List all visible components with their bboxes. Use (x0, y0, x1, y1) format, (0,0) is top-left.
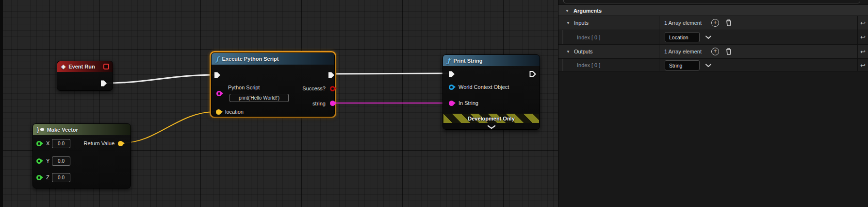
development-only-banner: Development Only (443, 114, 539, 123)
pin-python-script-string[interactable] (216, 91, 222, 96)
return-value-label: Return Value (84, 140, 115, 146)
reset-column-divider (857, 16, 858, 30)
z-value-field[interactable]: 0.0 (52, 173, 70, 182)
pin-x-label: X (46, 140, 49, 146)
node-print-string[interactable]: ƒ Print String World Context Object In S… (442, 54, 540, 130)
reset-to-default-icon[interactable]: ↩ (860, 34, 866, 41)
node-print-string-title: Print String (454, 58, 483, 64)
pin-in-string[interactable] (449, 101, 454, 106)
search-box-remnant[interactable] (563, 0, 860, 3)
wire-exec-eventrun-to-python (106, 75, 215, 83)
pin-z-label: Z (46, 174, 49, 180)
inputs-row[interactable]: ▼ Inputs 1 Array element + ↩ (558, 16, 868, 30)
reset-column-divider (857, 59, 858, 71)
function-icon: ƒ (216, 55, 219, 63)
collapse-triangle-icon[interactable]: ▼ (566, 50, 570, 54)
reset-column-divider (857, 30, 858, 44)
python-script-field[interactable]: print('Hello World!') (229, 94, 289, 102)
reset-to-default-icon[interactable]: ↩ (860, 48, 866, 55)
node-execute-python-title: Execute Python Script (222, 56, 279, 62)
in-string-label: In String (459, 100, 478, 106)
node-print-string-header[interactable]: ƒ Print String (443, 55, 540, 66)
node-event-run-title: Event Run (68, 64, 95, 69)
arguments-header-label: Arguments (573, 8, 602, 14)
add-element-button[interactable]: + (711, 48, 719, 55)
node-make-vector-header[interactable]: } Make Vector (33, 124, 131, 135)
outputs-index-row[interactable]: Index [ 0 ] String ↩ (558, 59, 868, 71)
pin-return-value-vector[interactable] (118, 141, 123, 146)
python-script-label: Python Script (228, 85, 260, 90)
delete-elements-button[interactable] (725, 48, 732, 55)
wire-vector-to-location (123, 112, 215, 143)
node-event-run[interactable]: ◈ Event Run (57, 61, 113, 91)
input-type-dropdown[interactable]: Location (665, 32, 700, 42)
reset-to-default-icon[interactable]: ↩ (860, 62, 866, 69)
outputs-index-label: Index [ 0 ] (577, 62, 600, 68)
dropdown-chevron-icon[interactable] (705, 35, 712, 39)
column-divider[interactable] (659, 45, 659, 58)
blueprint-editor: ◈ Event Run } Make Vector X 0.0 Y 0.0 Z … (0, 0, 868, 207)
pin-world-context-object[interactable] (449, 85, 454, 90)
exec-out-pin-python[interactable] (328, 71, 335, 79)
delete-elements-button[interactable] (725, 19, 732, 27)
exec-in-pin-python[interactable] (214, 71, 221, 79)
reset-column-divider (857, 45, 858, 58)
exec-out-pin-print[interactable] (529, 70, 536, 78)
graph-left-edge (0, 0, 3, 207)
x-value-field[interactable]: 0.0 (52, 139, 70, 148)
exec-in-pin-print[interactable] (448, 70, 455, 78)
location-label: location (225, 109, 244, 115)
blueprint-graph[interactable]: ◈ Event Run } Make Vector X 0.0 Y 0.0 Z … (0, 0, 558, 207)
development-only-label: Development Only (468, 116, 515, 121)
node-execute-python-script[interactable]: ƒ Execute Python Script Python Script pr… (211, 52, 335, 117)
red-square-icon (103, 64, 109, 69)
y-value-field[interactable]: 0.0 (52, 156, 70, 166)
node-make-vector-title: Make Vector (47, 127, 78, 133)
wire-exec-python-to-printstring (334, 73, 448, 74)
column-divider[interactable] (659, 16, 659, 30)
arguments-section-header[interactable]: ▼ Arguments (558, 4, 868, 16)
function-icon: ƒ (447, 57, 450, 64)
event-diamond-icon: ◈ (61, 63, 66, 70)
outputs-count-label: 1 Array element (664, 49, 702, 54)
indent-guide (562, 59, 563, 71)
pin-z-float[interactable] (36, 175, 42, 180)
expand-chevron-icon[interactable] (487, 125, 496, 129)
inputs-index-row[interactable]: Index [ 0 ] Location ↩ (558, 30, 868, 45)
inputs-index-label: Index [ 0 ] (577, 34, 600, 40)
pin-string-out[interactable] (330, 101, 335, 106)
pin-y-float[interactable] (36, 158, 42, 164)
pin-location-vector[interactable] (216, 109, 221, 115)
details-panel: ▼ Arguments ▼ Inputs 1 Array element + ↩… (558, 0, 868, 207)
inputs-count-label: 1 Array element (664, 20, 702, 26)
string-out-label: string (312, 101, 326, 106)
outputs-row[interactable]: ▼ Outputs 1 Array element + ↩ (558, 45, 868, 59)
make-struct-icon: } (37, 126, 44, 133)
pin-success-bool[interactable] (330, 86, 335, 91)
output-type-dropdown[interactable]: String (665, 60, 700, 70)
struct-pill-glyph (40, 128, 44, 131)
node-make-vector[interactable]: } Make Vector X 0.0 Y 0.0 Z 0.0 Return V… (33, 123, 131, 189)
success-label: Success? (302, 86, 326, 91)
add-element-button[interactable]: + (711, 19, 719, 27)
struct-bracket-glyph: } (37, 126, 39, 133)
world-context-label: World Context Object (459, 84, 509, 90)
column-divider[interactable] (659, 30, 659, 44)
node-execute-python-header[interactable]: ƒ Execute Python Script (212, 53, 334, 65)
pin-x-float[interactable] (36, 141, 42, 146)
inputs-label: Inputs (574, 20, 589, 26)
column-divider[interactable] (659, 59, 659, 71)
dropdown-chevron-icon[interactable] (705, 64, 712, 68)
collapse-triangle-icon[interactable]: ▼ (565, 9, 569, 13)
exec-out-pin-event-run[interactable] (100, 80, 107, 87)
pin-y-label: Y (46, 158, 49, 164)
collapse-triangle-icon[interactable]: ▼ (566, 21, 570, 25)
reset-to-default-icon[interactable]: ↩ (860, 19, 866, 27)
indent-guide (562, 30, 563, 44)
outputs-label: Outputs (574, 49, 593, 54)
